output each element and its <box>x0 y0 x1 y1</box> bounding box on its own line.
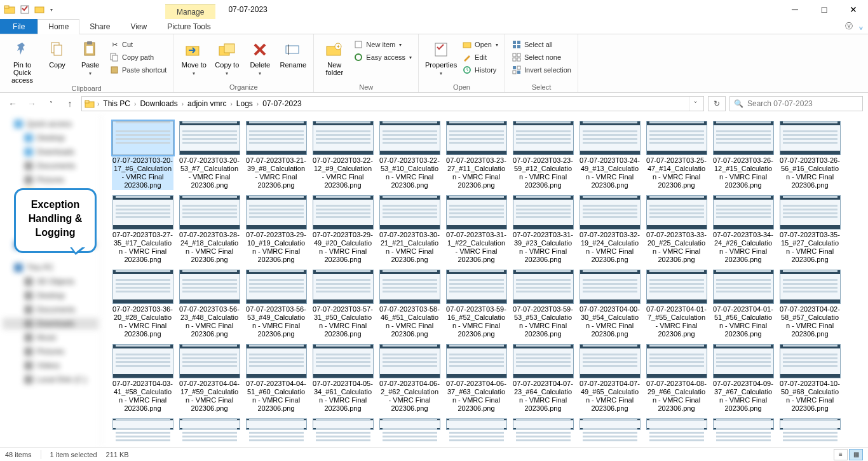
file-item[interactable]: 07-07-2023T03-22-12_#9_Calculation - VMR… <box>309 120 376 194</box>
address-dropdown-icon[interactable]: ˅ <box>689 97 701 111</box>
file-item[interactable]: 07-07-2023T03-56-23_#48_Calculation - VM… <box>176 268 243 343</box>
file-item[interactable]: 07-07-2023T03-57-31_#50_Calculation - VM… <box>309 268 376 343</box>
file-item[interactable]: 07-07-2023T03-36-20_#28_Calculation - VM… <box>109 268 176 343</box>
new-item-button[interactable]: New item▾ <box>352 38 413 51</box>
navigation-pane[interactable]: Quick access Desktop Downloads Documents… <box>0 114 102 447</box>
copy-button[interactable]: Copy <box>42 38 72 69</box>
file-item[interactable]: 07-07-2023T03-32-19_#24_Calculation - VM… <box>576 194 643 268</box>
file-item[interactable] <box>776 417 843 434</box>
details-view-button[interactable]: ≡ <box>834 449 848 460</box>
properties-button[interactable]: Properties▾ <box>424 38 458 78</box>
file-item[interactable]: 07-07-2023T04-06-2_#62_Calculation - VMR… <box>376 343 443 417</box>
file-item[interactable]: 07-07-2023T03-20-53_#7_Calculation - VMR… <box>176 120 243 194</box>
file-item[interactable] <box>109 417 176 434</box>
chevron-right-icon[interactable]: › <box>134 100 136 107</box>
select-none-button[interactable]: Select none <box>510 51 573 64</box>
tab-picture-tools[interactable]: Picture Tools <box>157 19 220 34</box>
chevron-right-icon[interactable]: › <box>182 100 184 107</box>
tab-view[interactable]: View <box>120 19 157 34</box>
file-item[interactable] <box>243 417 309 434</box>
file-item[interactable]: 07-07-2023T04-04-51_#60_Calculation - VM… <box>243 343 309 417</box>
file-item[interactable]: 07-07-2023T04-04-17_#59_Calculation - VM… <box>176 343 243 417</box>
invert-selection-button[interactable]: Invert selection <box>510 64 573 76</box>
forward-button[interactable]: → <box>24 96 39 111</box>
file-item[interactable]: 07-07-2023T03-22-53_#10_Calculation - VM… <box>376 120 443 194</box>
paste-button[interactable]: Paste ▾ <box>75 38 105 78</box>
ribbon-collapse-icon[interactable]: ⓥ <box>845 21 853 32</box>
cut-button[interactable]: ✂Cut <box>108 38 168 51</box>
copy-path-button[interactable]: Copy path <box>108 51 168 64</box>
file-item[interactable]: 07-07-2023T04-01-7_#55_Calculation - VMR… <box>643 268 710 343</box>
close-button[interactable]: ✕ <box>839 0 868 19</box>
file-item[interactable]: 07-07-2023T04-07-23_#64_Calculation - VM… <box>510 343 576 417</box>
tab-home[interactable]: Home <box>37 19 79 34</box>
file-item[interactable] <box>643 417 710 434</box>
file-item[interactable]: 07-07-2023T03-59-16_#52_Calculation - VM… <box>443 268 510 343</box>
minimize-button[interactable]: ─ <box>780 0 810 19</box>
file-item[interactable] <box>176 417 243 434</box>
file-item[interactable]: 07-07-2023T03-34-24_#26_Calculation - VM… <box>710 194 776 268</box>
file-item[interactable]: 07-07-2023T03-59-53_#53_Calculation - VM… <box>510 268 576 343</box>
file-item[interactable]: 07-07-2023T04-02-58_#57_Calculation - VM… <box>776 268 843 343</box>
properties-icon[interactable] <box>18 3 32 17</box>
folder-icon[interactable] <box>3 3 17 17</box>
history-button[interactable]: History <box>461 64 499 76</box>
open-button[interactable]: Open▾ <box>461 38 499 51</box>
up-button[interactable]: ↑ <box>62 96 78 111</box>
breadcrumb-item[interactable]: This PC <box>102 99 132 108</box>
file-item[interactable]: 07-07-2023T03-33-20_#25_Calculation - VM… <box>643 194 710 268</box>
tab-file[interactable]: File <box>0 19 37 34</box>
file-list[interactable]: 07-07-2023T03-20-17_#6_Calculation - VMR… <box>102 114 868 447</box>
file-item[interactable]: 07-07-2023T03-56-53_#49_Calculation - VM… <box>243 268 309 343</box>
file-item[interactable] <box>309 417 376 434</box>
address-bar[interactable]: › This PC›Downloads›adjoin vmrc›Logs›07-… <box>81 96 704 111</box>
file-item[interactable]: 07-07-2023T04-00-30_#54_Calculation - VM… <box>576 268 643 343</box>
file-item[interactable]: 07-07-2023T04-10-50_#68_Calculation - VM… <box>776 343 843 417</box>
select-all-button[interactable]: Select all <box>510 38 573 51</box>
file-item[interactable]: 07-07-2023T03-31-39_#23_Calculation - VM… <box>510 194 576 268</box>
file-item[interactable]: 07-07-2023T03-25-47_#14_Calculation - VM… <box>643 120 710 194</box>
new-folder-button[interactable]: ✦New folder <box>319 38 349 76</box>
breadcrumb-item[interactable]: 07-07-2023 <box>261 99 302 108</box>
move-to-button[interactable]: Move to▾ <box>179 38 209 78</box>
back-button[interactable]: ← <box>5 96 20 111</box>
easy-access-button[interactable]: Easy access▾ <box>352 51 413 64</box>
file-item[interactable]: 07-07-2023T04-09-37_#67_Calculation - VM… <box>710 343 776 417</box>
edit-button[interactable]: Edit <box>461 51 499 64</box>
file-item[interactable]: 07-07-2023T03-29-10_#19_Calculation - VM… <box>243 194 309 268</box>
breadcrumb-item[interactable]: Downloads <box>139 99 179 108</box>
file-item[interactable]: 07-07-2023T04-08-29_#66_Calculation - VM… <box>643 343 710 417</box>
tab-share[interactable]: Share <box>79 19 120 34</box>
file-item[interactable]: 07-07-2023T03-30-21_#21_Calculation - VM… <box>376 194 443 268</box>
search-box[interactable]: 🔍 Search 07-07-2023 <box>729 96 863 111</box>
file-item[interactable]: 07-07-2023T03-26-12_#15_Calculation - VM… <box>710 120 776 194</box>
pin-to-quick-access-button[interactable]: Pin to Quick access <box>5 38 39 84</box>
file-item[interactable]: 07-07-2023T03-27-35_#17_Calculation - VM… <box>109 194 176 268</box>
chevron-right-icon[interactable]: › <box>257 100 259 107</box>
chevron-right-icon[interactable]: › <box>97 100 99 107</box>
file-item[interactable]: 07-07-2023T04-05-34_#61_Calculation - VM… <box>309 343 376 417</box>
file-item[interactable]: 07-07-2023T04-03-41_#58_Calculation - VM… <box>109 343 176 417</box>
rename-button[interactable]: Rename <box>278 38 308 69</box>
file-item[interactable]: 07-07-2023T03-58-46_#51_Calculation - VM… <box>376 268 443 343</box>
file-item[interactable]: 07-07-2023T04-06-37_#63_Calculation - VM… <box>443 343 510 417</box>
file-item[interactable]: 07-07-2023T03-28-24_#18_Calculation - VM… <box>176 194 243 268</box>
maximize-button[interactable]: □ <box>810 0 839 19</box>
file-item[interactable] <box>710 417 776 434</box>
file-item[interactable]: 07-07-2023T03-23-27_#11_Calculation - VM… <box>443 120 510 194</box>
file-item[interactable]: 07-07-2023T03-20-17_#6_Calculation - VMR… <box>109 120 176 194</box>
file-item[interactable]: 07-07-2023T03-21-39_#8_Calculation - VMR… <box>243 120 309 194</box>
breadcrumb-item[interactable]: adjoin vmrc <box>186 99 227 108</box>
delete-button[interactable]: Delete▾ <box>245 38 275 78</box>
help-icon[interactable]: ^ <box>859 22 863 31</box>
refresh-button[interactable]: ↻ <box>708 96 726 111</box>
breadcrumb-item[interactable]: Logs <box>235 99 254 108</box>
file-item[interactable]: 07-07-2023T03-35-15_#27_Calculation - VM… <box>776 194 843 268</box>
file-item[interactable] <box>443 417 510 434</box>
recent-locations-button[interactable]: ˅ <box>43 96 58 111</box>
copy-to-button[interactable]: Copy to▾ <box>212 38 242 78</box>
thumbnails-view-button[interactable]: ▦ <box>849 449 863 460</box>
file-item[interactable]: 07-07-2023T04-01-51_#56_Calculation - VM… <box>710 268 776 343</box>
file-item[interactable]: 07-07-2023T03-23-59_#12_Calculation - VM… <box>510 120 576 194</box>
file-item[interactable] <box>510 417 576 434</box>
